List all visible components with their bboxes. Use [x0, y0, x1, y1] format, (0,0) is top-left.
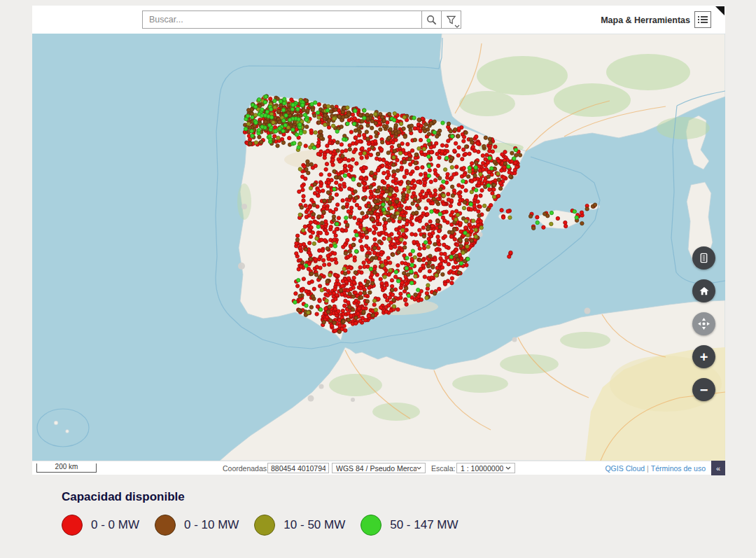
status-bar: 200 km Coordenadas: WGS 84 / Pseudo Merc… — [32, 461, 725, 475]
layers-button[interactable] — [692, 246, 715, 270]
coordinates-label: Coordenadas: — [223, 464, 269, 473]
footer-links: QGIS Cloud|Términos de uso — [605, 464, 706, 473]
document-icon — [699, 253, 709, 263]
toolbar-title: Mapa & Herramientas — [601, 15, 690, 25]
zoom-in-button[interactable]: + — [692, 345, 715, 368]
legend-items: 0 - 0 MW 0 - 10 MW 10 - 50 MW 50 - 147 M… — [62, 515, 474, 536]
scale-select[interactable]: 1 : 10000000 — [456, 463, 515, 473]
scale-bar: 200 km — [36, 463, 97, 473]
menu-button[interactable] — [694, 11, 711, 28]
collapse-statusbar-button[interactable]: « — [711, 461, 725, 475]
links-separator: | — [647, 464, 649, 473]
map-controls: + − — [692, 246, 715, 401]
coordinates-input[interactable] — [267, 463, 329, 473]
filter-button[interactable] — [442, 11, 461, 29]
home-icon — [699, 286, 710, 296]
search-icon — [426, 15, 437, 25]
scale-value: 1 : 10000000 — [461, 464, 503, 473]
crs-value: WGS 84 / Pseudo Mercator — [336, 464, 416, 473]
chevron-down-icon — [416, 466, 421, 470]
legend: Capacidad disponible 0 - 0 MW 0 - 10 MW … — [62, 490, 474, 536]
search-group — [142, 11, 461, 29]
legend-label: 0 - 10 MW — [184, 518, 239, 532]
map-viewport[interactable]: + − — [32, 34, 725, 461]
legend-swatch-olive — [254, 515, 275, 536]
pan-button[interactable] — [692, 312, 715, 335]
legend-title: Capacidad disponible — [62, 490, 474, 504]
chevron-down-icon — [454, 25, 460, 28]
filter-icon — [447, 15, 456, 25]
home-button[interactable] — [692, 279, 715, 302]
menu-list-icon — [698, 15, 708, 24]
scale-bar-label: 200 km — [37, 463, 96, 470]
search-input[interactable] — [142, 11, 422, 29]
corner-triangle-icon — [715, 6, 724, 15]
toolbar: Mapa & Herramientas — [32, 6, 725, 34]
legend-item: 0 - 10 MW — [155, 515, 239, 536]
terms-link[interactable]: Términos de uso — [651, 464, 706, 473]
legend-item: 0 - 0 MW — [62, 515, 139, 536]
legend-swatch-green — [360, 515, 382, 536]
base-map — [32, 34, 725, 461]
legend-item: 50 - 147 MW — [360, 515, 458, 536]
legend-swatch-brown — [155, 515, 176, 536]
legend-label: 10 - 50 MW — [284, 518, 345, 532]
chevron-down-icon — [505, 466, 511, 470]
zoom-out-button[interactable]: − — [692, 378, 715, 401]
crs-select[interactable]: WGS 84 / Pseudo Mercator — [332, 463, 426, 473]
legend-swatch-red — [62, 515, 83, 536]
compass-pan-icon — [698, 318, 710, 330]
map-application: Mapa & Herramientas — [32, 6, 725, 475]
legend-label: 0 - 0 MW — [91, 518, 139, 532]
qgis-cloud-link[interactable]: QGIS Cloud — [605, 464, 645, 473]
legend-item: 10 - 50 MW — [254, 515, 345, 536]
legend-label: 50 - 147 MW — [390, 518, 458, 532]
scale-label: Escala: — [431, 464, 455, 473]
search-button[interactable] — [422, 11, 442, 29]
